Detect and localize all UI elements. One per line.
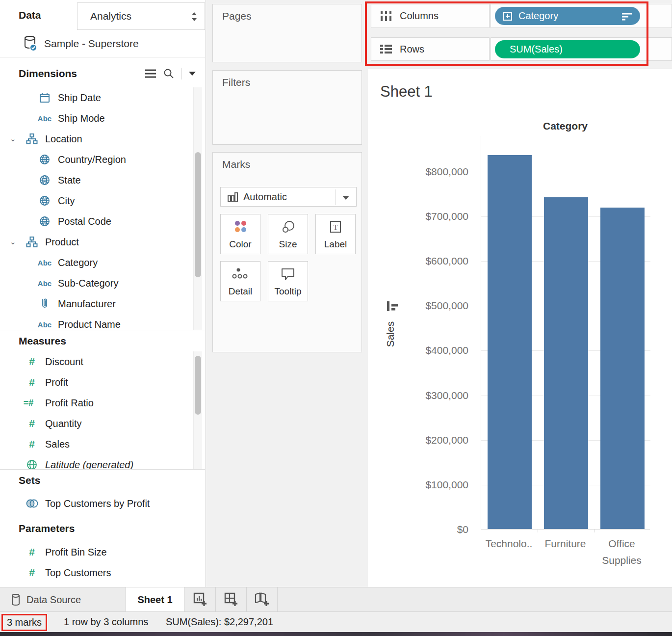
tooltip-button[interactable]: Tooltip bbox=[268, 261, 308, 301]
measures-list: #Discount#Profit=#Profit Ratio#Quantity#… bbox=[0, 351, 194, 469]
abc-icon: Abc bbox=[38, 320, 52, 329]
hierarchy-icon bbox=[26, 236, 38, 248]
hash-icon: # bbox=[29, 418, 35, 429]
dropdown-caret-icon[interactable] bbox=[342, 195, 350, 200]
field-label: Category bbox=[58, 257, 98, 268]
field-item-ship-mode[interactable]: AbcShip Mode bbox=[0, 108, 194, 129]
field-label: Location bbox=[45, 133, 82, 145]
field-item-manufacturer[interactable]: Manufacturer bbox=[0, 293, 194, 314]
hash-icon: # bbox=[29, 356, 35, 368]
swap-panes-icon[interactable] bbox=[191, 11, 198, 22]
filters-shelf[interactable]: Filters bbox=[212, 70, 362, 145]
x-category-label-furniture: Furniture bbox=[537, 535, 594, 552]
scrollbar-thumb[interactable] bbox=[195, 152, 201, 277]
tab-analytics[interactable]: Analytics bbox=[77, 2, 205, 30]
new-worksheet-button[interactable] bbox=[185, 587, 216, 612]
rows-label: Rows bbox=[400, 44, 424, 55]
view-list-icon[interactable] bbox=[145, 68, 156, 79]
size-button[interactable]: Size bbox=[268, 214, 308, 254]
new-story-button[interactable] bbox=[247, 587, 278, 612]
measures-scrollbar[interactable] bbox=[193, 351, 202, 469]
field-label: Product Name bbox=[58, 319, 121, 330]
analytics-tab-label: Analytics bbox=[90, 10, 131, 22]
color-button[interactable]: Color bbox=[220, 214, 260, 254]
field-label: Profit Bin Size bbox=[45, 547, 107, 558]
field-item-discount[interactable]: #Discount bbox=[0, 351, 194, 372]
field-item-category[interactable]: AbcCategory bbox=[0, 252, 194, 273]
field-item-sales[interactable]: #Sales bbox=[0, 434, 194, 454]
field-label: Discount bbox=[45, 356, 83, 368]
marks-count: 3 marks bbox=[7, 617, 42, 628]
collapse-chevron-icon[interactable]: ⌄ bbox=[10, 134, 21, 143]
expand-hierarchy-icon[interactable] bbox=[503, 11, 513, 21]
abc-icon: Abc bbox=[38, 259, 52, 267]
columns-pill-category[interactable]: Category bbox=[495, 7, 640, 25]
x-category-label-office-supplies: Office Supplies bbox=[594, 535, 650, 569]
mark-type-dropdown[interactable]: Automatic bbox=[220, 187, 357, 207]
divider bbox=[0, 330, 205, 330]
calendar-icon bbox=[39, 92, 51, 104]
pages-shelf[interactable]: Pages bbox=[212, 4, 362, 62]
annotation-highlight-marks-count: 3 marks bbox=[1, 614, 47, 631]
field-item-profit-ratio[interactable]: =#Profit Ratio bbox=[0, 393, 194, 413]
new-dashboard-button[interactable] bbox=[216, 587, 247, 612]
rows-pill-sum-sales[interactable]: SUM(Sales) bbox=[495, 40, 640, 58]
field-item-ship-date[interactable]: Ship Date bbox=[0, 87, 194, 108]
label-button[interactable]: T Label bbox=[315, 214, 356, 254]
divider bbox=[335, 189, 336, 205]
cards-zone: Pages Filters Marks Automatic Colo bbox=[206, 0, 368, 587]
venn-icon bbox=[25, 498, 39, 509]
collapse-chevron-icon[interactable]: ⌄ bbox=[10, 238, 21, 246]
field-item-top-customers[interactable]: #Top Customers bbox=[0, 562, 194, 583]
field-item-product-name[interactable]: AbcProduct Name bbox=[0, 314, 194, 330]
bar-furniture[interactable] bbox=[544, 197, 588, 529]
sort-descending-icon[interactable] bbox=[621, 12, 632, 21]
divider bbox=[0, 517, 205, 517]
search-icon[interactable] bbox=[163, 68, 174, 79]
field-item-postal-code[interactable]: Postal Code bbox=[0, 211, 194, 232]
field-item-state[interactable]: State bbox=[0, 170, 194, 190]
field-label: Latitude (generated) bbox=[45, 459, 133, 470]
globe-green-icon bbox=[26, 459, 38, 469]
hash-icon: # bbox=[29, 567, 35, 579]
scrollbar-thumb[interactable] bbox=[195, 356, 201, 415]
field-label: Sales bbox=[45, 439, 70, 450]
bar-office-supplies[interactable] bbox=[600, 208, 645, 529]
dimensions-scrollbar[interactable] bbox=[193, 87, 202, 330]
hash-icon: # bbox=[29, 546, 35, 558]
field-item-profit[interactable]: #Profit bbox=[0, 372, 194, 393]
datasource-row[interactable]: Sample - Superstore bbox=[0, 30, 205, 57]
tab-data[interactable]: Data bbox=[0, 0, 77, 30]
field-item-location[interactable]: ⌄Location bbox=[0, 129, 194, 149]
size-circles-icon bbox=[268, 219, 308, 235]
field-label: Ship Date bbox=[58, 92, 101, 104]
rows-shelf[interactable]: Rows bbox=[371, 37, 490, 61]
field-item-city[interactable]: City bbox=[0, 190, 194, 211]
detail-dots-icon bbox=[221, 266, 260, 282]
field-item-quantity[interactable]: #Quantity bbox=[0, 413, 194, 434]
field-item-latitude-generated[interactable]: Latitude (generated) bbox=[0, 454, 194, 469]
field-item-sub-category[interactable]: AbcSub-Category bbox=[0, 273, 194, 293]
columns-shelf[interactable]: Columns bbox=[371, 4, 490, 28]
eqhash-icon: =# bbox=[24, 398, 34, 408]
field-label: Top Customers by Profit bbox=[45, 498, 150, 509]
y-tick-label: $700,000 bbox=[395, 211, 468, 222]
x-axis-tick bbox=[538, 529, 538, 532]
y-axis-ticks: $0$100,000$200,000$300,000$400,000$500,0… bbox=[395, 136, 473, 530]
field-label: Sub-Category bbox=[58, 278, 118, 289]
rows-pill-label: SUM(Sales) bbox=[510, 44, 563, 55]
dimensions-header: Dimensions bbox=[0, 63, 205, 84]
pages-label: Pages bbox=[222, 10, 252, 22]
bar-technology[interactable] bbox=[488, 155, 532, 529]
field-item-profit-bin-size[interactable]: #Profit Bin Size bbox=[0, 542, 194, 562]
field-item-country-region[interactable]: Country/Region bbox=[0, 149, 194, 170]
pane-menu-caret-icon[interactable] bbox=[188, 71, 196, 76]
data-tab-label: Data bbox=[19, 9, 41, 21]
field-item-top-customers-by-profit[interactable]: Top Customers by Profit bbox=[0, 493, 194, 514]
data-source-tab[interactable]: Data Source bbox=[0, 587, 125, 612]
sheet1-tab[interactable]: Sheet 1 bbox=[126, 587, 184, 612]
plot-area bbox=[481, 136, 650, 530]
tableau-window: Data Analytics Sample - Superstore Dimen… bbox=[0, 0, 672, 636]
field-item-product[interactable]: ⌄Product bbox=[0, 232, 194, 252]
detail-button[interactable]: Detail bbox=[220, 261, 260, 301]
